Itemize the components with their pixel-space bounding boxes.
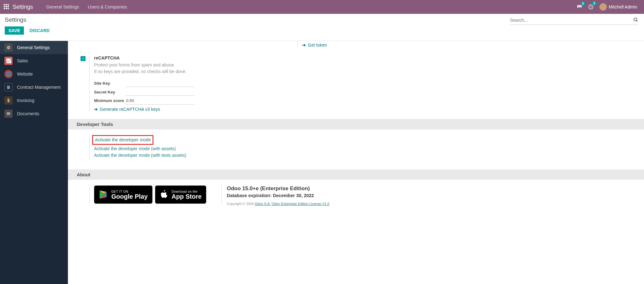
activate-dev-mode-assets-link[interactable]: Activate the developer mode (with assets… <box>94 145 644 152</box>
expiration-text: Database expiration: December 30, 2022 <box>227 193 329 198</box>
avatar <box>599 3 607 11</box>
link-label: Generate reCAPTCHA v3 keys <box>100 107 160 112</box>
about-header: About <box>68 169 644 180</box>
sidebar-item-label: Documents <box>17 111 39 116</box>
activate-dev-mode-link[interactable]: Activate the developer mode <box>92 135 153 145</box>
sidebar-item-website[interactable]: 🌐Website <box>0 67 68 81</box>
user-menu[interactable]: Mitchell Admin <box>599 3 637 11</box>
search-box <box>509 16 638 25</box>
copyright-text: Copyright © 2004 Odoo S.A. Odoo Enterpri… <box>227 202 329 206</box>
developer-links: Activate the developer mode Activate the… <box>89 135 644 161</box>
sidebar-item-sales[interactable]: 📈Sales <box>0 54 68 67</box>
recaptcha-setting: ✓ reCAPTCHA Protect your forms from spam… <box>68 55 644 112</box>
apple-icon <box>160 190 169 200</box>
sidebar-item-label: General Settings <box>17 45 50 50</box>
about-info: Odoo 15.0+e (Enterprise Edition) Databas… <box>221 185 329 206</box>
menu-general-settings[interactable]: General Settings <box>42 4 83 9</box>
systray: 5 5 Mitchell Admin <box>577 3 637 11</box>
sidebar-item-general-settings[interactable]: ⚙General Settings <box>0 41 68 54</box>
odoo-sa-link[interactable]: Odoo S.A. <box>255 202 271 206</box>
site-key-label: Site Key <box>94 81 125 86</box>
arrow-right-icon: ➔ <box>302 43 306 48</box>
setting-description: Protect your forms from spam and abuse. … <box>94 62 284 75</box>
license-link[interactable]: Odoo Enterprise Edition License V1.0 <box>272 202 329 206</box>
activities-badge: 5 <box>592 2 597 5</box>
invoice-icon: $ <box>4 96 13 105</box>
get-token-link[interactable]: ➔Get token <box>302 43 327 48</box>
setting-title: reCAPTCHA <box>94 55 284 60</box>
site-key-input[interactable] <box>125 79 195 87</box>
chart-icon: 📈 <box>4 57 13 65</box>
folder-icon: ✉ <box>4 110 13 118</box>
secret-key-input[interactable] <box>125 88 195 96</box>
sidebar-item-label: Sales <box>17 58 28 63</box>
app-store-badge[interactable]: Download on the App Store <box>155 185 207 204</box>
min-score-label: Minimum score <box>94 98 125 103</box>
min-score-input[interactable] <box>125 97 195 105</box>
sidebar-item-documents[interactable]: ✉Documents <box>0 107 68 120</box>
save-button[interactable]: SAVE <box>5 26 24 35</box>
discard-button[interactable]: DISCARD <box>27 26 52 35</box>
svg-point-1 <box>634 18 637 21</box>
activities-icon[interactable]: 5 <box>588 4 594 10</box>
sidebar-item-invoicing[interactable]: $Invoicing <box>0 94 68 107</box>
settings-sidebar: ⚙General Settings 📈Sales 🌐Website 🗎Contr… <box>0 41 68 284</box>
top-navbar: Settings General Settings Users & Compan… <box>0 0 644 14</box>
gear-icon: ⚙ <box>4 43 13 52</box>
sidebar-item-label: Invoicing <box>17 98 34 103</box>
settings-content: ➔Get token ✓ reCAPTCHA Protect your form… <box>68 41 644 284</box>
messages-badge: 5 <box>580 2 586 6</box>
globe-icon: 🌐 <box>4 70 13 78</box>
username: Mitchell Admin <box>609 4 637 9</box>
generate-recaptcha-link[interactable]: ➔Generate reCAPTCHA v3 keys <box>94 107 160 112</box>
link-label: Get token <box>308 43 327 48</box>
version-text: Odoo 15.0+e (Enterprise Edition) <box>227 185 329 192</box>
menu-users-companies[interactable]: Users & Companies <box>83 4 131 9</box>
svg-line-2 <box>636 20 637 21</box>
developer-tools-header: Developer Tools <box>68 119 644 129</box>
arrow-right-icon: ➔ <box>94 107 98 112</box>
document-icon: 🗎 <box>4 83 13 91</box>
recaptcha-checkbox[interactable]: ✓ <box>80 56 86 61</box>
activate-dev-mode-tests-link[interactable]: Activate the developer mode (with tests … <box>94 152 644 159</box>
apps-icon[interactable] <box>4 4 9 10</box>
control-panel: Settings SAVE DISCARD <box>0 14 644 41</box>
search-icon[interactable] <box>633 17 638 24</box>
messages-icon[interactable]: 5 <box>577 4 582 9</box>
search-input[interactable] <box>509 16 638 25</box>
app-brand[interactable]: Settings <box>13 4 33 10</box>
secret-key-label: Secret Key <box>94 90 125 94</box>
sidebar-item-label: Website <box>17 71 33 77</box>
google-play-badge[interactable]: GET IT ON Google Play <box>94 185 153 204</box>
google-play-icon <box>99 190 108 200</box>
sidebar-item-contract[interactable]: 🗎Contract Management <box>0 81 68 94</box>
sidebar-item-label: Contract Management <box>17 85 61 90</box>
